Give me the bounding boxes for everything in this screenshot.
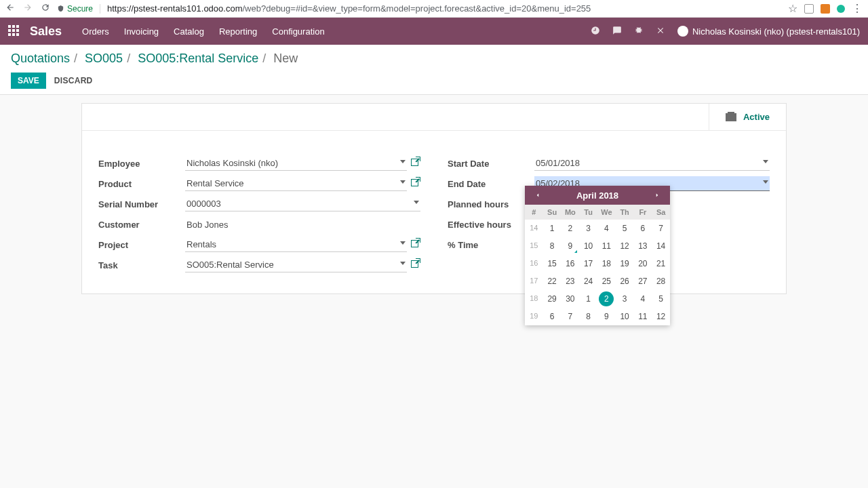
label-product: Product <box>98 179 185 189</box>
user-menu[interactable]: Nicholas Kosinski (nko) (pstest-rentals1… <box>677 26 860 37</box>
serial-field[interactable] <box>185 197 420 211</box>
datepicker-day-headers: # Su Mo Tu We Th Fr Sa <box>525 205 670 220</box>
external-link-icon[interactable] <box>411 240 420 249</box>
label-end-date: End Date <box>448 179 534 189</box>
external-link-icon[interactable] <box>411 260 420 270</box>
back-button[interactable] <box>5 3 15 14</box>
label-task: Task <box>98 260 185 270</box>
top-nav: Sales Orders Invoicing Catalog Reporting… <box>0 18 868 45</box>
datepicker-day[interactable]: 9 <box>561 237 580 255</box>
extension-icon-2[interactable] <box>821 4 830 14</box>
datepicker-day[interactable]: 16 <box>561 255 580 272</box>
datepicker-day[interactable]: 4 <box>597 220 616 237</box>
nav-invoicing[interactable]: Invoicing <box>124 26 159 37</box>
datepicker-day[interactable]: 17 <box>579 255 597 272</box>
datepicker-day[interactable]: 28 <box>652 272 670 290</box>
datepicker-day[interactable]: 7 <box>652 220 670 237</box>
week-number: 15 <box>525 237 543 255</box>
next-month-button[interactable] <box>651 188 663 203</box>
datepicker-day[interactable]: 20 <box>634 255 652 272</box>
discard-button[interactable]: DISCARD <box>54 76 93 85</box>
control-panel: Quotations/ SO005/ SO005:Rental Service/… <box>0 45 868 95</box>
datepicker-day[interactable]: 22 <box>543 272 561 290</box>
task-field[interactable] <box>185 258 407 272</box>
label-planned-hours: Planned hours <box>448 199 534 209</box>
datepicker-day[interactable]: 18 <box>597 255 616 272</box>
datepicker-day[interactable]: 2 <box>597 290 616 294</box>
datepicker-day[interactable]: 10 <box>579 237 597 255</box>
external-link-icon[interactable] <box>411 159 420 168</box>
label-pct-time: % Time <box>448 240 534 250</box>
datepicker-day[interactable]: 2 <box>561 220 580 237</box>
apps-icon[interactable] <box>8 25 20 37</box>
forward-button[interactable] <box>23 3 33 14</box>
activity-icon[interactable] <box>591 26 600 37</box>
avatar <box>677 26 688 37</box>
datepicker-day[interactable]: 23 <box>561 272 580 290</box>
nav-configuration[interactable]: Configuration <box>272 26 324 37</box>
breadcrumb-current: New <box>273 52 298 65</box>
week-number: 16 <box>525 255 543 272</box>
breadcrumb-rental-service[interactable]: SO005:Rental Service <box>138 52 258 65</box>
label-employee: Employee <box>98 159 185 169</box>
save-button[interactable]: SAVE <box>11 73 46 89</box>
label-start-date: Start Date <box>448 159 534 169</box>
employee-field[interactable] <box>185 156 407 171</box>
app-brand[interactable]: Sales <box>30 24 62 39</box>
user-label: Nicholas Kosinski (nko) (pstest-rentals1… <box>692 26 860 37</box>
status-active-button[interactable]: Active <box>709 104 786 130</box>
form-sheet: Active Employee Product <box>81 103 787 294</box>
chrome-menu-icon[interactable]: ⋮ <box>852 2 863 15</box>
extension-icon-3[interactable] <box>837 5 845 13</box>
breadcrumb-quotations[interactable]: Quotations <box>11 52 70 65</box>
datepicker-day[interactable]: 3 <box>579 220 597 237</box>
browser-chrome: Secure https://pstest-rentals101.odoo.co… <box>0 0 868 18</box>
datepicker-day[interactable]: 1 <box>579 290 597 294</box>
breadcrumb-so005[interactable]: SO005 <box>85 52 123 65</box>
datepicker-day[interactable]: 4 <box>634 290 652 294</box>
datepicker-day[interactable]: 30 <box>561 290 580 294</box>
close-debug-icon[interactable] <box>656 26 665 37</box>
datepicker-month-label[interactable]: April 2018 <box>576 190 618 201</box>
datepicker-day[interactable]: 24 <box>579 272 597 290</box>
label-serial: Serial Number <box>98 199 185 209</box>
breadcrumb: Quotations/ SO005/ SO005:Rental Service/… <box>11 52 857 66</box>
nav-orders[interactable]: Orders <box>82 26 109 37</box>
datepicker-day[interactable]: 5 <box>616 220 634 237</box>
start-date-field[interactable] <box>534 156 770 171</box>
datepicker-day[interactable]: 11 <box>597 237 616 255</box>
nav-menu: Orders Invoicing Catalog Reporting Confi… <box>82 26 325 37</box>
reload-button[interactable] <box>41 3 50 14</box>
datepicker-day[interactable]: 8 <box>543 237 561 255</box>
datepicker-day[interactable]: 27 <box>634 272 652 290</box>
customer-field: Bob Jones <box>185 218 420 232</box>
datepicker-day[interactable]: 15 <box>543 255 561 272</box>
product-field[interactable] <box>185 176 407 191</box>
address-bar[interactable]: https://pstest-rentals101.odoo.com/web?d… <box>107 3 781 14</box>
debug-icon[interactable] <box>634 26 644 37</box>
datepicker-day[interactable]: 25 <box>597 272 616 290</box>
label-customer: Customer <box>98 220 185 230</box>
datepicker-day[interactable]: 29 <box>543 290 561 294</box>
datepicker-day[interactable]: 26 <box>616 272 634 290</box>
datepicker-day[interactable]: 6 <box>634 220 652 237</box>
week-number: 18 <box>525 290 543 294</box>
datepicker-popup: April 2018 # Su Mo Tu We Th Fr Sa 141234… <box>525 186 670 294</box>
datepicker-day[interactable]: 19 <box>616 255 634 272</box>
nav-reporting[interactable]: Reporting <box>219 26 257 37</box>
external-link-icon[interactable] <box>411 179 420 188</box>
datepicker-day[interactable]: 3 <box>616 290 634 294</box>
nav-catalog[interactable]: Catalog <box>174 26 204 37</box>
datepicker-day[interactable]: 21 <box>652 255 670 272</box>
week-number: 17 <box>525 272 543 290</box>
datepicker-day[interactable]: 12 <box>616 237 634 255</box>
extension-icon-1[interactable] <box>804 4 814 14</box>
bookmark-star-icon[interactable]: ☆ <box>788 2 797 15</box>
datepicker-day[interactable]: 1 <box>543 220 561 237</box>
datepicker-day[interactable]: 14 <box>652 237 670 255</box>
prev-month-button[interactable] <box>532 188 544 203</box>
project-field[interactable] <box>185 237 407 252</box>
datepicker-day[interactable]: 13 <box>634 237 652 255</box>
messaging-icon[interactable] <box>612 26 622 37</box>
datepicker-day[interactable]: 5 <box>652 290 670 294</box>
